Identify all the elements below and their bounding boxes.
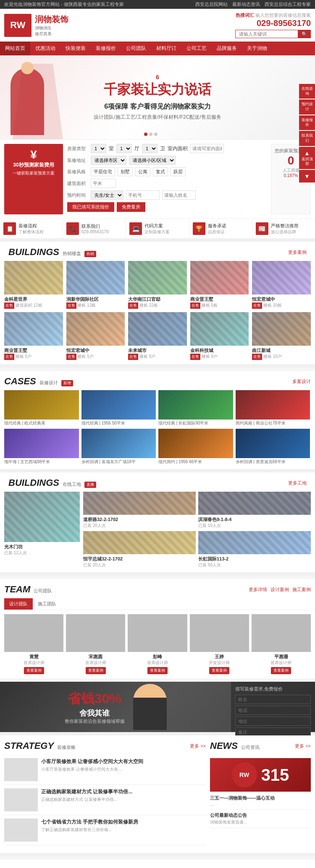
building2-item-2[interactable]: 道桥路32-2-1702 已装 20人次 xyxy=(83,492,196,529)
calc-label-appt: 预约时间 xyxy=(67,192,88,198)
case-img-7 xyxy=(158,429,233,458)
buildings-more[interactable]: 更多案例 xyxy=(288,249,307,255)
building-name-10: 曲江新城 xyxy=(252,347,311,354)
case-item-5[interactable]: 地中海 | 文艺西域88平米 xyxy=(4,429,79,465)
news-item-1[interactable]: 三五一—润物装饰——温心互动 ... xyxy=(210,795,311,810)
team-more-1[interactable]: 更多详情 xyxy=(249,586,267,593)
team-btn-3[interactable]: 查看案例 xyxy=(147,667,168,674)
sidebar-btn-consult[interactable]: 在线咨询 xyxy=(299,84,315,99)
case-item-1[interactable]: 现代经典 | 欧式经典美 xyxy=(4,390,79,426)
calc-quote-btn[interactable]: 我已填写系统报价 xyxy=(67,202,114,212)
nav-item-brand[interactable]: 品牌服务 xyxy=(212,42,242,55)
nav-item-craft[interactable]: 公司工艺 xyxy=(181,42,212,55)
building-item-10[interactable]: 曲江新城 在售 楼栋 10户 xyxy=(252,312,311,360)
team-btn-4[interactable]: 查看案例 xyxy=(209,667,229,674)
calc-label-rooms: 室 xyxy=(109,145,114,152)
quick-link-4[interactable]: 🏆 服务承诺 品质保证 xyxy=(189,219,252,238)
building-item-3[interactable]: 大华南江口官邸 在售 楼栋 22栋 xyxy=(128,261,187,309)
building-area-4: 楼栋 5栋 xyxy=(202,303,218,308)
strategy-item-1[interactable]: 小客厅装修效果 让奢侈感小空间大大有大空间 小客厅里装修效果 让奢侈感小空间大大… xyxy=(4,758,207,785)
building-item-5[interactable]: 恒宏君城中 在售 楼栋 20栋 xyxy=(252,261,311,309)
strategy-item-2[interactable]: 正确选购家装建材方式 让装修事半功倍... 正确选购家装建材方式 让装修事半功倍… xyxy=(4,788,207,815)
quick-link-3[interactable]: 💻 代码方案 定制装修方案 xyxy=(126,219,189,238)
building-item-8[interactable]: 未来城市 在售 楼栋 8户 xyxy=(128,312,187,360)
calc-build-area[interactable] xyxy=(91,179,116,188)
header: RW 润物装饰 润物润生 做尽其美 热搜词汇 输入您想要的装修信息搜索 029-… xyxy=(0,9,315,42)
quick-sub-2: 029-89563170 xyxy=(81,229,109,234)
strategy-more[interactable]: 更多 >> xyxy=(190,743,206,749)
nav-item-about[interactable]: 关于润物 xyxy=(242,42,272,55)
team-more-3[interactable]: 施工案例 xyxy=(292,586,311,593)
promo-phone-input[interactable] xyxy=(235,706,311,715)
building-item-6[interactable]: 商业晋王墅 在售 楼栋 5户 xyxy=(4,312,63,360)
calc-select-gender[interactable]: 先生/女士 xyxy=(91,190,123,200)
nav-item-home[interactable]: 网站首页 xyxy=(0,42,30,55)
strategy-list: 小客厅装修效果 让奢侈感小空间大大有大空间 小客厅里装修效果 让奢侈感小空间大大… xyxy=(4,758,207,845)
nav-item-team[interactable]: 公司团队 xyxy=(121,42,151,55)
style-opt-5[interactable]: 跃层 xyxy=(171,167,186,176)
team-btn-5[interactable]: 查看案例 xyxy=(271,667,291,674)
sidebar-btn-design[interactable]: 预约设计 xyxy=(299,99,315,114)
team-btn-2[interactable]: 查看案例 xyxy=(86,667,106,674)
calc-select-bathrooms[interactable]: 12 xyxy=(142,144,158,153)
nav-item-promo[interactable]: 优惠活动 xyxy=(30,42,60,55)
quick-link-5[interactable]: 📰 严格整洁推荐 放心选择品牌 xyxy=(252,219,315,238)
building-item-7[interactable]: 恒宏君城中 在售 楼栋 5户 xyxy=(66,312,125,360)
case-item-4[interactable]: 简约风格 | 商业公社78平米 xyxy=(236,390,310,426)
quick-link-1[interactable]: 📋 装修流程 了解整体流程 xyxy=(0,219,63,238)
promo-name-input[interactable] xyxy=(235,695,311,704)
search-input[interactable] xyxy=(235,30,298,38)
case-item-7[interactable]: 现代简约 | 1956 66平米 xyxy=(158,429,233,465)
case-item-3[interactable]: 现代经典 | 长虹国际90平米 xyxy=(158,390,233,426)
style-opt-4[interactable]: 复式 xyxy=(153,167,168,176)
top-link-3[interactable]: 西安总后综合工程专家 xyxy=(265,2,311,7)
sidebar-btn-contact[interactable]: 联系我们 xyxy=(299,131,315,146)
building-item-2[interactable]: 润新华国际社区 在售 楼栋 12栋 xyxy=(66,261,125,309)
calc-phone-input[interactable] xyxy=(126,190,160,200)
promo-address-input[interactable] xyxy=(235,717,311,726)
building-meta-5: 在售 楼栋 20栋 xyxy=(252,302,311,309)
sidebar-btn-quote[interactable]: 装修报价 xyxy=(299,115,315,130)
case-item-2[interactable]: 现代经典 | 1956 50平米 xyxy=(81,390,156,426)
nav-item-express[interactable]: 快装便装 xyxy=(60,42,91,55)
calc-select-district[interactable]: 请选择小区/区域 xyxy=(129,156,176,165)
team-btn-1[interactable]: 查看案例 xyxy=(24,667,44,674)
team-photo-3 xyxy=(128,614,187,652)
strategy-item-3[interactable]: 七个省钱省力方法 手把手教你如何装修新房 了解正确选购家装建材售价三倍价格... xyxy=(4,818,207,845)
calc-name-input[interactable] xyxy=(162,190,196,200)
top-link-2[interactable]: 最新动态资讯 xyxy=(232,2,260,7)
building2-item-5[interactable]: 长虹国际113-2 已装 50人次 xyxy=(198,531,311,568)
nav-item-quote[interactable]: 装修报价 xyxy=(91,42,121,55)
building-item-1[interactable]: 金科星世界 在售 建筑面积 12栋 xyxy=(4,261,63,309)
building2-item-4[interactable]: 恒宇总城32-2-1702 已装 20人次 xyxy=(83,531,196,568)
calc-measure-btn[interactable]: 免费量房 xyxy=(117,202,145,212)
style-opt-2[interactable]: 别墅 xyxy=(118,167,133,176)
nav-item-materials[interactable]: 材料厅订 xyxy=(151,42,181,55)
style-opt-3[interactable]: 公寓 xyxy=(135,167,150,176)
cases-badge: 新增 xyxy=(61,380,73,386)
search-button[interactable]: 🔍 xyxy=(298,30,311,38)
news-more[interactable]: 更多 >> xyxy=(295,743,311,749)
building-item-9[interactable]: 金科科技城 在售 楼栋 9户 xyxy=(190,312,249,360)
news-desc-2: 润物装饰发展迅速... xyxy=(210,819,311,825)
case-item-8[interactable]: 乡村回调 | 美景迪克68平米 xyxy=(236,429,310,465)
building-item-4[interactable]: 商业晋王墅 在售 楼栋 5栋 xyxy=(190,261,249,309)
buildings2-more[interactable]: 更多工地 xyxy=(288,480,307,486)
calc-select-city[interactable]: 请选择市区 xyxy=(91,156,126,165)
team-tab-construction[interactable]: 施工团队 xyxy=(33,598,61,610)
news-item-2[interactable]: 公司最新动态公告 润物装饰发展迅速... xyxy=(210,812,311,828)
team-more-2[interactable]: 设计案例 xyxy=(270,586,289,593)
quick-link-2[interactable]: 📞 联系我们 029-89563170 xyxy=(63,219,126,238)
calc-select-rooms[interactable]: 123 xyxy=(91,144,106,153)
top-link-1[interactable]: 西安总后院网站 xyxy=(195,2,228,7)
team-tab-design[interactable]: 设计团队 xyxy=(4,598,33,610)
cases-more[interactable]: 多案设计 xyxy=(292,378,311,385)
sidebar-btn-down[interactable]: ▼ xyxy=(299,170,315,182)
calc-area-input[interactable] xyxy=(190,144,224,153)
sidebar-btn-top[interactable]: ▲ 返回顶部 xyxy=(299,147,315,169)
building2-item-3[interactable]: 滨湖春色9-1-8-4 已装 10人次 xyxy=(198,492,311,529)
case-item-6[interactable]: 乡村回调 | 富瑞东方广场18平 xyxy=(81,429,156,465)
calc-select-halls[interactable]: 12 xyxy=(116,144,132,153)
building2-item-main[interactable]: 光木门坊 已装 12人次 xyxy=(4,492,80,568)
style-opt-1[interactable]: 平层住宅 xyxy=(91,167,115,176)
